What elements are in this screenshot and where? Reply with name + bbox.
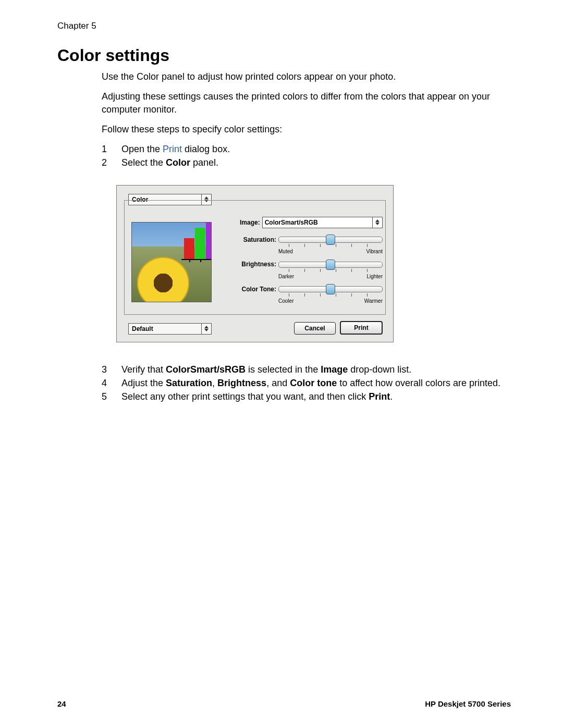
preview-image	[131, 222, 212, 302]
updown-icon	[201, 324, 211, 334]
slider-max-label: Warmer	[364, 298, 383, 305]
slider-min-label: Darker	[278, 273, 294, 280]
print-link[interactable]: Print	[163, 144, 182, 154]
color-dialog: Color	[116, 185, 394, 342]
print-button[interactable]: Print	[340, 321, 383, 335]
slider-min-label: Muted	[278, 248, 293, 255]
preset-select[interactable]: Default	[128, 323, 212, 335]
updown-icon	[372, 217, 382, 228]
product-name: HP Deskjet 5700 Series	[425, 699, 511, 708]
slider-thumb[interactable]	[326, 284, 335, 294]
intro-para-1: Use the Color panel to adjust how printe…	[102, 70, 511, 83]
slider-row: Brightness:DarkerLighter	[240, 260, 383, 280]
steps-list-bottom: 3Verify that ColorSmart/sRGB is selected…	[102, 363, 511, 403]
chapter-label: Chapter 5	[57, 21, 511, 31]
slider-label: Saturation:	[240, 236, 276, 244]
slider-track[interactable]	[278, 286, 383, 292]
slider-max-label: Vibrant	[366, 248, 383, 255]
cancel-button[interactable]: Cancel	[294, 322, 336, 335]
slider-row: Saturation:MutedVibrant	[240, 236, 383, 255]
step-item: 1Open the Print dialog box.	[102, 143, 511, 155]
step-item: 3Verify that ColorSmart/sRGB is selected…	[102, 363, 511, 376]
intro-para-2: Adjusting these settings causes the prin…	[102, 90, 511, 116]
slider-row: Color Tone:CoolerWarmer	[240, 285, 383, 305]
step-item: 4Adjust the Saturation, Brightness, and …	[102, 377, 511, 389]
page-number: 24	[57, 699, 66, 708]
image-select-value: ColorSmart/sRGB	[265, 218, 318, 227]
slider-label: Brightness:	[240, 260, 276, 268]
image-select[interactable]: ColorSmart/sRGB	[262, 217, 383, 228]
slider-max-label: Lighter	[366, 273, 383, 280]
step-item: 2Select the Color panel.	[102, 156, 511, 169]
page-heading: Color settings	[57, 46, 511, 65]
steps-list-top: 1Open the Print dialog box.2Select the C…	[102, 143, 511, 169]
step-item: 5Select any other print settings that yo…	[102, 390, 511, 403]
slider-label: Color Tone:	[240, 285, 276, 293]
slider-track[interactable]	[278, 237, 383, 243]
slider-min-label: Cooler	[278, 298, 293, 305]
slider-track[interactable]	[278, 262, 383, 268]
slider-thumb[interactable]	[326, 235, 335, 245]
slider-thumb[interactable]	[326, 260, 335, 270]
image-label: Image:	[240, 218, 260, 227]
intro-para-3: Follow these steps to specify color sett…	[102, 123, 511, 135]
preset-select-value: Default	[132, 325, 153, 333]
